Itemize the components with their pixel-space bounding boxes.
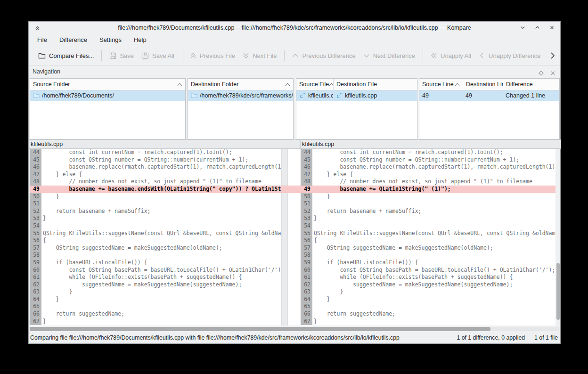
diff-overview-channel [281, 149, 288, 325]
code-line: 67} [30, 318, 281, 325]
line-text: } [312, 296, 555, 303]
unapply-difference-button[interactable]: Unapply Difference [475, 49, 544, 62]
sort-ascending-icon [329, 83, 333, 86]
code-line: 50 } [30, 193, 281, 201]
code-line: 61 while (QFileInfo::exists(basePath + s… [301, 274, 555, 281]
source-diff-pane[interactable]: 44 const int currentNum = rmatch.capture… [30, 149, 281, 325]
line-number: 64 [301, 296, 312, 303]
line-text [312, 303, 555, 310]
line-text: { [41, 237, 281, 244]
toolbar-separator [423, 50, 423, 61]
line-text: basename += basename.endsWith(QLatin1Str… [41, 186, 281, 193]
float-panel-icon[interactable] [539, 69, 544, 77]
line-text: basename.replace(rmatch.capturedStart(1)… [312, 163, 555, 171]
minimize-icon[interactable] [519, 24, 526, 31]
previous-file-button[interactable]: Previous File [186, 49, 239, 62]
window-title: file:///home/fhek789/Documents/kfileutil… [118, 24, 471, 31]
line-number: 47 [30, 171, 41, 179]
source-folder-row[interactable]: /home/fhek789/Documents/ [30, 90, 185, 101]
save-button[interactable]: Save [106, 49, 138, 62]
line-number: 49 [301, 186, 312, 193]
status-differences: 1 of 1 difference, 0 applied [457, 334, 525, 341]
destination-diff-pane[interactable]: 44 const int currentNum = rmatch.capture… [301, 149, 555, 325]
line-text: return suggestedName; [41, 310, 281, 318]
save-all-button[interactable]: Save All [138, 49, 178, 62]
save-all-icon [141, 52, 149, 59]
line-text: } [41, 296, 281, 303]
next-file-button[interactable]: Next File [239, 49, 280, 62]
next-difference-button[interactable]: Next Difference [359, 49, 419, 62]
menu-help[interactable]: Help [129, 35, 151, 45]
line-text: basename += QLatin1String(" (1)"); [312, 186, 555, 193]
destination-file-column-header[interactable]: Destination File [333, 79, 417, 90]
destination-folder-row[interactable]: /home/fhek789/kde/src/frameworks/kcoread… [188, 90, 293, 101]
close-panel-icon[interactable] [550, 69, 555, 77]
code-line: 44 const int currentNum = rmatch.capture… [30, 149, 281, 156]
line-number: 48 [30, 178, 41, 186]
code-line: 51 [301, 200, 555, 208]
code-line: 63 } [30, 288, 281, 296]
code-line: 47 } else { [30, 171, 281, 179]
difference-row[interactable]: 49 49 Changed 1 line [419, 90, 559, 101]
code-line: 45 const QString number = QString::numbe… [30, 156, 281, 164]
destination-folder-list: Destination Folder /home/fhek789/kde/src… [188, 78, 294, 139]
changed-diff-connector[interactable] [281, 186, 301, 193]
toolbar-separator [101, 50, 102, 61]
toolbar-overflow-button[interactable] [549, 51, 556, 60]
menu-difference[interactable]: Difference [55, 35, 92, 45]
code-line: 62 suggestedName = makeSuggestedName(sug… [30, 281, 281, 289]
source-folder-column-header[interactable]: Source Folder [30, 79, 185, 90]
changed-code-line[interactable]: 49 basename += QLatin1String(" (1)"); [301, 186, 555, 193]
line-number: 54 [30, 222, 41, 230]
files-row[interactable]: c kfileutils.c... c kfileutils.cpp [296, 90, 417, 101]
line-text: QString KFileUtils::suggestName(const QU… [41, 230, 281, 237]
line-text: } [41, 288, 281, 296]
code-line: 50 } [301, 193, 555, 201]
line-text: QString suggestedName = makeSuggestedNam… [41, 244, 281, 252]
line-text [41, 303, 281, 310]
code-line: 67} [301, 318, 555, 325]
desktop: file:///home/fhek789/Documents/kfileutil… [0, 0, 588, 374]
code-line: 46 basename.replace(rmatch.capturedStart… [301, 163, 555, 171]
previous-difference-button[interactable]: Previous Difference [288, 49, 359, 62]
changed-code-line[interactable]: 49 basename += basename.endsWith(QLatin1… [30, 186, 281, 193]
destination-line-column-header[interactable]: Destination Lir [463, 79, 503, 90]
line-number: 57 [30, 244, 41, 252]
line-number: 65 [301, 303, 312, 310]
horizontal-scrollbar-thumb[interactable] [30, 327, 490, 331]
chevron-down-icon [363, 52, 370, 59]
code-line: 45 const QString number = QString::numbe… [301, 156, 555, 164]
line-number: 67 [30, 318, 41, 325]
status-message: Comparing file file:///home/fhek789/Docu… [30, 334, 400, 341]
difference-column-header[interactable]: Difference [503, 79, 559, 90]
line-number: 66 [30, 310, 41, 318]
destination-folder-column-header[interactable]: Destination Folder [188, 79, 293, 90]
close-icon[interactable] [548, 24, 555, 31]
double-chevron-left-icon [431, 52, 437, 59]
vertical-scrollbar-thumb[interactable] [556, 263, 560, 320]
maximize-icon[interactable] [533, 24, 541, 31]
destination-pane-filename: kfileutils.cpp [300, 139, 561, 149]
source-line-column-header[interactable]: Source Line [419, 79, 463, 90]
unapply-all-button[interactable]: Unapply All [427, 49, 475, 62]
horizontal-scrollbar[interactable] [30, 327, 559, 331]
line-text: const QString number = QString::number(c… [312, 156, 555, 164]
code-line: 54 [30, 222, 281, 230]
source-file-column-header[interactable]: Source File [296, 79, 333, 90]
compare-files-button[interactable]: Compare Files... [34, 49, 98, 62]
menu-file[interactable]: File [33, 35, 52, 45]
vertical-scrollbar[interactable] [556, 149, 560, 325]
line-text: if (baseURL.isLocalFile()) { [41, 259, 281, 267]
shade-icon[interactable] [34, 24, 41, 32]
line-text [312, 200, 555, 208]
line-number: 56 [301, 237, 312, 244]
line-number: 62 [301, 281, 312, 289]
menu-settings[interactable]: Settings [95, 35, 126, 45]
line-number: 66 [301, 310, 312, 318]
line-number: 48 [301, 178, 312, 186]
sort-ascending-icon [455, 83, 460, 86]
line-text: QString KFileUtils::suggestName(const QU… [312, 230, 555, 237]
line-text: } [41, 193, 281, 201]
line-text: return basename + nameSuffix; [312, 208, 555, 215]
line-number: 50 [301, 193, 312, 201]
